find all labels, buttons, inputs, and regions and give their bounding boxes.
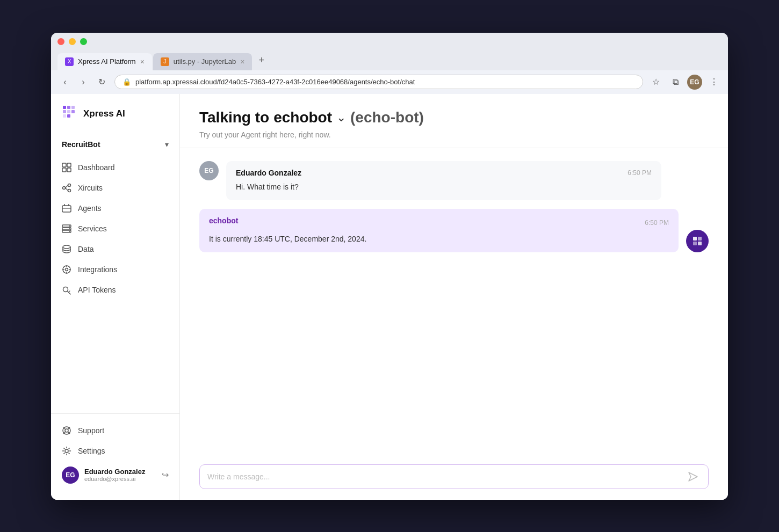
bot-message-sender: echobot bbox=[209, 216, 238, 225]
svg-rect-2 bbox=[63, 110, 66, 113]
svg-line-16 bbox=[66, 188, 68, 191]
browser-toolbar: ‹ › ↻ 🔒 platform.ap.xpressai.cloud/fd24a… bbox=[51, 70, 728, 94]
sidebar-support-label: Support bbox=[78, 426, 104, 435]
profile-avatar[interactable]: EG bbox=[687, 75, 702, 90]
forward-button[interactable]: › bbox=[76, 75, 91, 90]
bot-message-row: echobot 6:50 PM It is currently 18:45 UT… bbox=[199, 209, 709, 252]
svg-rect-0 bbox=[63, 106, 66, 109]
refresh-button[interactable]: ↻ bbox=[94, 75, 109, 90]
chat-messages: EG Eduardo Gonzalez 6:50 PM Hi. What tim… bbox=[180, 148, 728, 456]
sidebar-item-xircuits[interactable]: Xircuits bbox=[51, 178, 179, 198]
user-name: Eduardo Gonzalez bbox=[84, 468, 156, 476]
user-message-avatar: EG bbox=[199, 161, 219, 180]
close-button[interactable] bbox=[57, 38, 64, 45]
extensions-button[interactable]: ⧉ bbox=[668, 75, 683, 90]
project-selector[interactable]: RecruitBot ▾ bbox=[51, 136, 179, 153]
integrations-icon bbox=[62, 265, 71, 274]
sidebar-api-tokens-label: API Tokens bbox=[78, 286, 116, 294]
dashboard-icon bbox=[62, 163, 71, 172]
svg-point-34 bbox=[65, 429, 68, 432]
sidebar-agents-label: Agents bbox=[78, 204, 102, 213]
toolbar-actions: ☆ ⧉ EG ⋮ bbox=[648, 75, 722, 90]
svg-line-32 bbox=[69, 291, 70, 292]
svg-rect-42 bbox=[698, 237, 702, 241]
browser-window: X Xpress AI Platform × J utils.py - Jupy… bbox=[51, 33, 728, 500]
send-button[interactable] bbox=[686, 471, 701, 482]
tab-xpress[interactable]: X Xpress AI Platform × bbox=[57, 53, 152, 70]
agent-dropdown-button[interactable]: ⌄ bbox=[336, 111, 346, 125]
sidebar: Xpress AI RecruitBot ▾ Dash bbox=[51, 94, 180, 500]
sidebar-dashboard-label: Dashboard bbox=[78, 163, 115, 172]
bookmark-button[interactable]: ☆ bbox=[648, 75, 663, 90]
xircuits-icon bbox=[62, 183, 71, 193]
back-button[interactable]: ‹ bbox=[57, 75, 73, 90]
user-message-text: Hi. What time is it? bbox=[236, 181, 652, 193]
tab-jupyter[interactable]: J utils.py - JupyterLab × bbox=[153, 53, 253, 70]
svg-point-12 bbox=[63, 186, 66, 189]
sidebar-item-agents[interactable]: Agents bbox=[51, 198, 179, 218]
user-email: eduardo@xpress.ai bbox=[84, 476, 156, 482]
tab-jupyter-label: utils.py - JupyterLab bbox=[174, 57, 236, 65]
main-content: Talking to echobot ⌄ (echo-bot) Try out … bbox=[180, 94, 728, 500]
svg-rect-11 bbox=[67, 168, 71, 172]
tab-jupyter-close[interactable]: × bbox=[240, 57, 244, 66]
chevron-down-icon: ▾ bbox=[165, 140, 169, 149]
user-info: Eduardo Gonzalez eduardo@xpress.ai bbox=[84, 468, 156, 482]
svg-rect-40 bbox=[693, 237, 697, 241]
user-message-content: Eduardo Gonzalez 6:50 PM Hi. What time i… bbox=[226, 161, 661, 200]
user-section[interactable]: EG Eduardo Gonzalez eduardo@xpress.ai ↪ bbox=[51, 461, 179, 489]
new-tab-button[interactable]: + bbox=[253, 50, 270, 70]
svg-rect-9 bbox=[67, 163, 71, 167]
svg-point-39 bbox=[65, 449, 68, 453]
chat-input-area bbox=[180, 456, 728, 500]
svg-point-14 bbox=[68, 189, 71, 192]
user-message-header: Eduardo Gonzalez 6:50 PM bbox=[236, 169, 652, 177]
svg-rect-7 bbox=[67, 114, 70, 118]
chat-title: Talking to echobot ⌄ (echo-bot) bbox=[199, 109, 709, 126]
minimize-button[interactable] bbox=[69, 38, 76, 45]
sidebar-bottom: Support Settings EG bbox=[51, 413, 179, 489]
sidebar-item-integrations[interactable]: Integrations bbox=[51, 259, 179, 280]
sidebar-item-settings[interactable]: Settings bbox=[51, 441, 179, 461]
svg-point-13 bbox=[68, 184, 71, 186]
logout-icon[interactable]: ↪ bbox=[162, 470, 169, 480]
tab-xpress-close[interactable]: × bbox=[140, 57, 145, 66]
traffic-lights bbox=[57, 38, 722, 45]
svg-point-27 bbox=[63, 245, 70, 249]
sidebar-item-data[interactable]: Data bbox=[51, 239, 179, 259]
nav-section: Dashboard Xircuits bbox=[51, 157, 179, 413]
chat-input-wrapper bbox=[199, 464, 709, 489]
menu-button[interactable]: ⋮ bbox=[706, 75, 722, 90]
svg-rect-6 bbox=[63, 114, 66, 118]
browser-chrome: X Xpress AI Platform × J utils.py - Jupy… bbox=[51, 33, 728, 70]
app-container: Xpress AI RecruitBot ▾ Dash bbox=[51, 94, 728, 500]
user-message: EG Eduardo Gonzalez 6:50 PM Hi. What tim… bbox=[199, 161, 661, 200]
chat-input[interactable] bbox=[207, 465, 686, 489]
lock-icon: 🔒 bbox=[122, 78, 131, 86]
sidebar-item-services[interactable]: Services bbox=[51, 218, 179, 239]
svg-rect-4 bbox=[71, 106, 75, 109]
sidebar-services-label: Services bbox=[78, 224, 107, 233]
user-avatar: EG bbox=[62, 467, 79, 484]
svg-rect-8 bbox=[62, 163, 66, 167]
svg-rect-41 bbox=[693, 242, 697, 245]
api-tokens-icon bbox=[62, 285, 71, 295]
agent-name: echobot bbox=[273, 109, 332, 126]
user-message-time: 6:50 PM bbox=[627, 169, 652, 177]
logo-text: Xpress AI bbox=[83, 108, 125, 119]
svg-rect-17 bbox=[62, 206, 71, 212]
bot-message-header: echobot 6:50 PM bbox=[209, 216, 669, 229]
bot-message-text: It is currently 18:45 UTC, December 2nd,… bbox=[209, 234, 669, 245]
sidebar-item-api-tokens[interactable]: API Tokens bbox=[51, 280, 179, 300]
settings-icon bbox=[62, 446, 71, 456]
sidebar-data-label: Data bbox=[78, 245, 94, 253]
bot-avatar bbox=[686, 230, 709, 252]
svg-rect-5 bbox=[71, 110, 75, 113]
maximize-button[interactable] bbox=[80, 38, 87, 45]
address-bar[interactable]: 🔒 platform.ap.xpressai.cloud/fd24a0c5-73… bbox=[114, 75, 643, 89]
svg-point-24 bbox=[69, 225, 70, 227]
sidebar-item-support[interactable]: Support bbox=[51, 420, 179, 441]
tab-xpress-icon: X bbox=[65, 57, 74, 66]
sidebar-item-dashboard[interactable]: Dashboard bbox=[51, 157, 179, 178]
sidebar-xircuits-label: Xircuits bbox=[78, 184, 103, 192]
